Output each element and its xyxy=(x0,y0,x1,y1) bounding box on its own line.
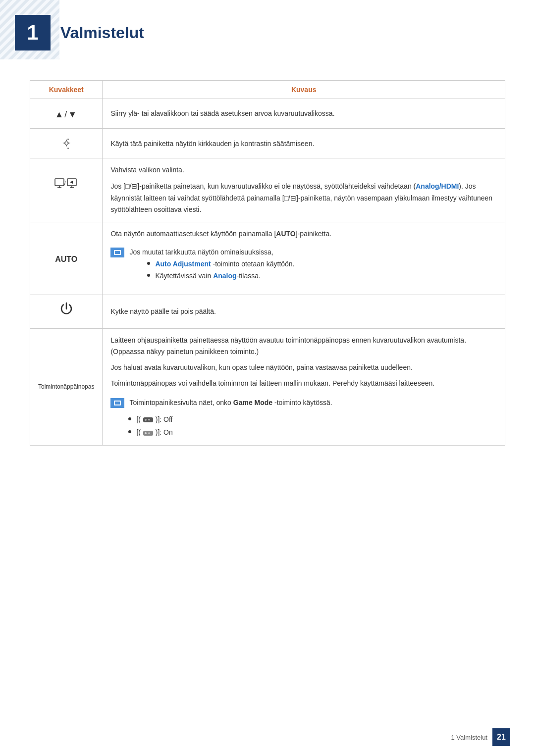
bullet-dot xyxy=(128,430,131,433)
footer-label: 1 Valmistelut xyxy=(451,734,487,741)
desc-cell-auto: Ota näytön automaattiasetukset käyttöön … xyxy=(103,222,505,295)
table-header-description: Kuvaus xyxy=(103,81,505,99)
icon-cell-sun: ✧̣̇ xyxy=(30,129,103,158)
desc-cell-monitor: Vahvista valikon valinta. Jos [□/⊟]-pain… xyxy=(103,158,505,222)
table-header-icons: Kuvakkeet xyxy=(30,81,103,99)
note-auto: Jos muutat tarkkuutta näytön ominaisuuks… xyxy=(110,245,497,285)
chapter-number: 1 xyxy=(15,15,51,50)
svg-rect-20 xyxy=(148,419,150,420)
auto-icon: AUTO xyxy=(55,255,77,263)
chapter-header: 1 Valmistelut xyxy=(0,0,535,65)
on-text: On xyxy=(163,428,173,436)
desc-cell-power: Kytke näyttö päälle tai pois päältä. xyxy=(103,295,505,328)
function-label: Toimintonäppäinopas xyxy=(38,383,94,390)
svg-text:/: / xyxy=(64,180,66,186)
svg-marker-10 xyxy=(70,181,73,184)
sun-icon: ✧̣̇ xyxy=(62,137,71,150)
svg-rect-24 xyxy=(148,433,150,434)
chapter-title: Valmistelut xyxy=(60,24,144,42)
table-row: Toimintonäppäinopas Laitteen ohjauspaini… xyxy=(30,329,505,446)
main-content: Kuvakkeet Kuvaus ▲/▼ Siirry ylä- tai ala… xyxy=(0,65,535,485)
info-table: Kuvakkeet Kuvaus ▲/▼ Siirry ylä- tai ala… xyxy=(30,80,505,446)
page-footer: 1 Valmistelut 21 xyxy=(451,728,510,746)
icon-cell-power xyxy=(30,295,103,328)
svg-point-22 xyxy=(145,432,147,434)
monitor-icon: / xyxy=(54,189,78,200)
svg-rect-13 xyxy=(115,251,120,254)
icon-cell-function: Toimintonäppäinopas xyxy=(30,329,103,446)
table-row: ▲/▼ Siirry ylä- tai alavalikkoon tai sää… xyxy=(30,99,505,129)
arrows-icon: ▲/▼ xyxy=(54,109,78,119)
svg-point-18 xyxy=(145,419,147,421)
note-icon-2 xyxy=(110,398,124,408)
table-row: Kytke näyttö päälle tai pois päältä. xyxy=(30,295,505,328)
page-number: 21 xyxy=(492,728,510,746)
icon-cell-monitor: / xyxy=(30,158,103,222)
desc-cell-sun: Käytä tätä painiketta näytön kirkkauden … xyxy=(103,129,505,158)
note-gamemode: Toimintopainikesivulta näet, onko Game M… xyxy=(110,395,497,410)
desc-cell-arrows: Siirry ylä- tai alavalikkoon tai säädä a… xyxy=(103,99,505,129)
bullet-dot xyxy=(147,262,150,265)
note-icon xyxy=(110,248,124,257)
svg-rect-16 xyxy=(115,402,120,404)
table-row: / Vahvista valikon valinta. Jos [□/ xyxy=(30,158,505,222)
desc-cell-function: Laitteen ohjauspainiketta painettaessa n… xyxy=(103,329,505,446)
bullet-dot xyxy=(147,274,150,277)
table-row: AUTO Ota näytön automaattiasetukset käyt… xyxy=(30,222,505,295)
bullet-dot xyxy=(128,417,131,420)
icon-cell-arrows: ▲/▼ xyxy=(30,99,103,129)
svg-rect-3 xyxy=(55,179,64,186)
power-icon xyxy=(58,306,74,319)
table-row: ✧̣̇ Käytä tätä painiketta näytön kirkkau… xyxy=(30,129,505,158)
icon-cell-auto: AUTO xyxy=(30,222,103,295)
